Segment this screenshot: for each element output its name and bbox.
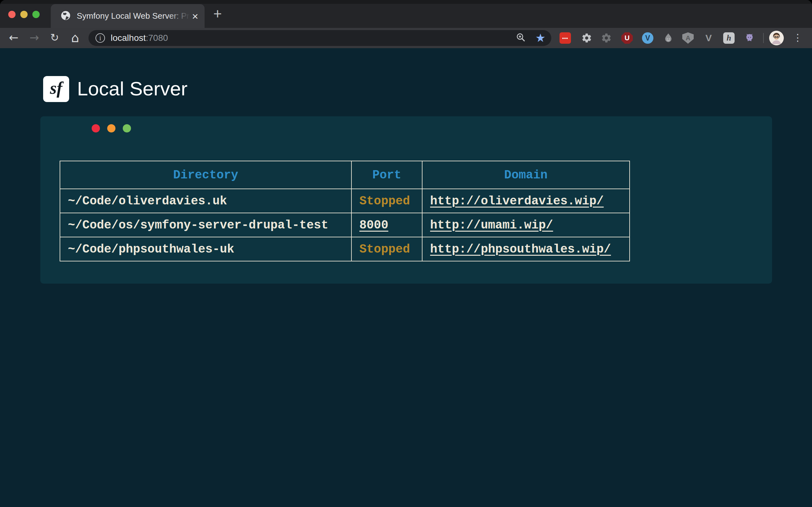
card-orange-dot-icon [107, 124, 115, 132]
window-close-button[interactable] [8, 11, 15, 18]
address-bar[interactable]: i localhost:7080 ★ [89, 30, 551, 46]
extension-github-octocat-icon[interactable] [744, 32, 755, 44]
reload-icon[interactable]: ↻ [48, 28, 61, 48]
directory-cell: ~/Code/phpsouthwales-uk [60, 237, 351, 261]
table-row: ~/Code/oliverdavies.uk Stopped http://ol… [60, 189, 629, 213]
home-icon[interactable]: ⌂ [68, 28, 82, 48]
port-status: Stopped [359, 242, 410, 256]
window-drag-area [0, 0, 812, 4]
column-header-directory: Directory [60, 161, 351, 189]
server-card: Directory Port Domain ~/Code/oliverdavie… [40, 116, 772, 284]
page-title: Local Server [77, 76, 188, 102]
table-row: ~/Code/phpsouthwales-uk Stopped http://p… [60, 237, 629, 261]
extension-vimium-icon[interactable]: V [642, 32, 653, 44]
extension-h-icon[interactable]: h [723, 32, 734, 44]
browser-window: Symfony Local Web Server: Prox × + ← → ↻… [0, 0, 812, 507]
card-green-dot-icon [123, 124, 131, 132]
extension-ublock-icon[interactable]: U [621, 32, 633, 44]
card-red-dot-icon [92, 124, 100, 132]
tab-strip: Symfony Local Web Server: Prox × + [0, 0, 812, 28]
toolbar-separator [763, 33, 764, 43]
port-status: Stopped [359, 194, 410, 208]
tab-close-icon[interactable]: × [192, 11, 198, 21]
extension-gear-dim-icon[interactable] [601, 32, 612, 44]
extension-gear-icon[interactable] [581, 32, 593, 44]
servers-table: Directory Port Domain ~/Code/oliverdavie… [60, 161, 630, 262]
window-minimize-button[interactable] [20, 11, 28, 18]
browser-tab[interactable]: Symfony Local Web Server: Prox × [51, 4, 205, 28]
browser-toolbar: ← → ↻ ⌂ i localhost:7080 ★ ••• U V [0, 28, 812, 48]
port-link[interactable]: 8000 [359, 218, 388, 232]
tab-title: Symfony Local Web Server: Prox [77, 11, 190, 21]
url-text[interactable]: localhost:7080 [111, 33, 168, 43]
domain-link[interactable]: http://umami.wip/ [430, 218, 553, 232]
extension-angular-icon[interactable]: A [682, 32, 694, 44]
profile-avatar[interactable] [769, 31, 784, 45]
zoom-magnifier-icon[interactable] [516, 32, 526, 44]
new-tab-button[interactable]: + [210, 6, 225, 22]
back-icon[interactable]: ← [7, 28, 20, 48]
globe-favicon-icon [60, 10, 71, 22]
directory-cell: ~/Code/os/symfony-server-drupal-test [60, 213, 351, 237]
extension-lastpass-icon[interactable]: ••• [560, 32, 571, 44]
forward-icon[interactable]: → [27, 28, 41, 48]
url-port: :7080 [146, 33, 168, 43]
directory-cell: ~/Code/oliverdavies.uk [60, 189, 351, 213]
domain-link[interactable]: http://oliverdavies.wip/ [430, 194, 604, 208]
column-header-port: Port [351, 161, 422, 189]
domain-link[interactable]: http://phpsouthwales.wip/ [430, 242, 611, 256]
table-row: ~/Code/os/symfony-server-drupal-test 800… [60, 213, 629, 237]
site-info-icon[interactable]: i [96, 33, 105, 43]
symfony-logo-icon: sf [43, 76, 69, 102]
window-fullscreen-button[interactable] [32, 11, 40, 18]
browser-menu-icon[interactable]: ⋮ [792, 28, 803, 48]
page-content: sf Local Server Directory Port Domain ~ [0, 48, 812, 507]
column-header-domain: Domain [422, 161, 629, 189]
extension-drupal-icon[interactable] [663, 32, 674, 44]
table-header-row: Directory Port Domain [60, 161, 629, 189]
extension-vue-icon[interactable]: V [703, 32, 714, 44]
url-host: localhost [111, 33, 146, 43]
bookmark-star-icon[interactable]: ★ [536, 32, 546, 44]
